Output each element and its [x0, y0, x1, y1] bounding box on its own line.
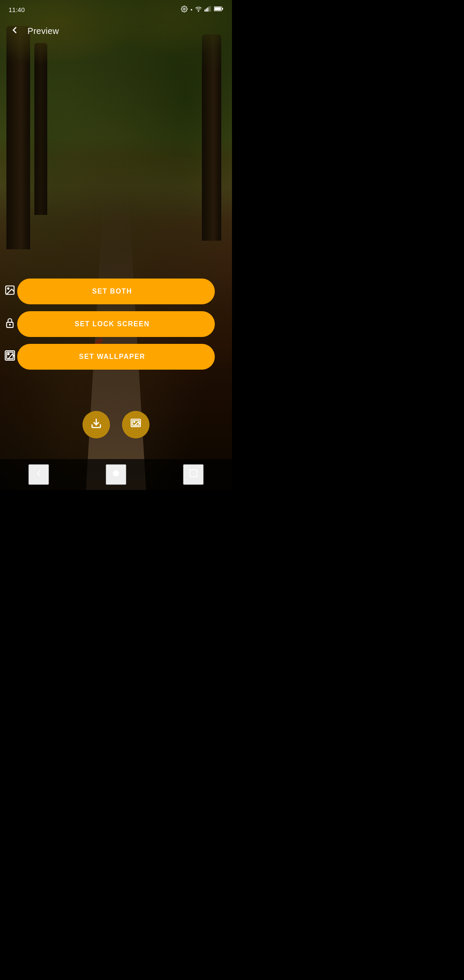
nav-home-icon — [111, 469, 121, 481]
svg-point-11 — [8, 288, 9, 289]
svg-rect-8 — [222, 8, 223, 9]
battery-icon — [214, 6, 223, 13]
buttons-container: SET BOTH SET LOCK SCREEN SET WALLPAPER — [0, 279, 232, 370]
back-arrow-icon — [9, 25, 20, 37]
set-both-icon — [4, 285, 15, 298]
svg-rect-5 — [209, 6, 210, 12]
download-button[interactable] — [82, 411, 110, 438]
set-both-label: SET BOTH — [22, 288, 215, 295]
svg-point-20 — [134, 421, 135, 423]
nav-recent-icon — [189, 469, 198, 481]
svg-rect-15 — [6, 352, 13, 358]
svg-point-21 — [113, 470, 119, 477]
page-title: Preview — [27, 26, 59, 36]
nav-recent-button[interactable] — [183, 464, 204, 485]
preview-wallpaper-icon — [130, 418, 141, 432]
status-icons: ● — [181, 6, 223, 14]
svg-point-1 — [198, 11, 198, 11]
svg-point-16 — [8, 353, 9, 355]
svg-rect-2 — [205, 9, 205, 12]
wifi-icon — [195, 6, 202, 14]
svg-rect-4 — [207, 7, 208, 12]
settings-icon — [181, 6, 188, 14]
set-lock-screen-button[interactable]: SET LOCK SCREEN — [17, 311, 215, 337]
set-wallpaper-icon — [4, 350, 15, 364]
set-wallpaper-button[interactable]: SET WALLPAPER — [17, 344, 215, 370]
set-wallpaper-label: SET WALLPAPER — [22, 353, 215, 361]
top-bar: Preview — [0, 19, 232, 43]
nav-home-button[interactable] — [106, 464, 126, 485]
back-button[interactable] — [7, 23, 22, 39]
svg-point-13 — [9, 324, 10, 325]
status-time: 11:40 — [9, 6, 25, 13]
preview-wallpaper-button[interactable] — [122, 411, 150, 438]
set-both-button[interactable]: SET BOTH — [17, 279, 215, 304]
svg-point-0 — [183, 8, 185, 10]
svg-rect-9 — [214, 7, 221, 10]
nav-back-button[interactable] — [28, 464, 49, 485]
svg-rect-3 — [206, 9, 207, 12]
signal-icon — [205, 6, 211, 13]
bottom-actions — [0, 411, 232, 438]
download-icon — [91, 418, 102, 432]
svg-rect-6 — [210, 6, 211, 12]
set-lock-screen-icon — [4, 317, 15, 331]
notification-dot-icon: ● — [190, 8, 192, 12]
status-bar: 11:40 ● — [0, 0, 232, 19]
set-lock-screen-label: SET LOCK SCREEN — [22, 320, 215, 328]
svg-rect-22 — [190, 470, 197, 477]
nav-back-icon — [34, 469, 43, 481]
nav-bar — [0, 459, 232, 490]
